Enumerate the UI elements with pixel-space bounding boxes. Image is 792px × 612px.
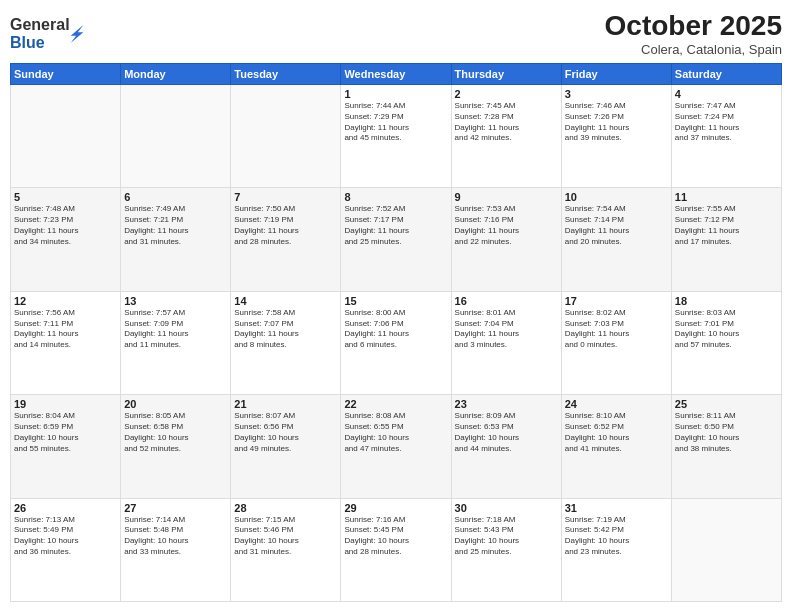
- logo-general: General: [10, 16, 70, 34]
- day-number: 6: [124, 191, 227, 203]
- calendar-cell: 7Sunrise: 7:50 AM Sunset: 7:19 PM Daylig…: [231, 188, 341, 291]
- logo: General Blue: [10, 16, 84, 51]
- calendar-cell: [121, 85, 231, 188]
- day-number: 11: [675, 191, 778, 203]
- day-number: 17: [565, 295, 668, 307]
- week-row-1: 1Sunrise: 7:44 AM Sunset: 7:29 PM Daylig…: [11, 85, 782, 188]
- calendar-table: Sunday Monday Tuesday Wednesday Thursday…: [10, 63, 782, 602]
- page: General Blue October 2025 Colera, Catalo…: [0, 0, 792, 612]
- day-info: Sunrise: 7:46 AM Sunset: 7:26 PM Dayligh…: [565, 101, 668, 144]
- day-number: 31: [565, 502, 668, 514]
- day-number: 12: [14, 295, 117, 307]
- day-info: Sunrise: 7:18 AM Sunset: 5:43 PM Dayligh…: [455, 515, 558, 558]
- day-number: 15: [344, 295, 447, 307]
- calendar-cell: 21Sunrise: 8:07 AM Sunset: 6:56 PM Dayli…: [231, 395, 341, 498]
- day-info: Sunrise: 7:14 AM Sunset: 5:48 PM Dayligh…: [124, 515, 227, 558]
- day-info: Sunrise: 8:09 AM Sunset: 6:53 PM Dayligh…: [455, 411, 558, 454]
- calendar-cell: [11, 85, 121, 188]
- day-info: Sunrise: 7:58 AM Sunset: 7:07 PM Dayligh…: [234, 308, 337, 351]
- day-info: Sunrise: 7:15 AM Sunset: 5:46 PM Dayligh…: [234, 515, 337, 558]
- day-number: 27: [124, 502, 227, 514]
- day-number: 9: [455, 191, 558, 203]
- day-info: Sunrise: 8:07 AM Sunset: 6:56 PM Dayligh…: [234, 411, 337, 454]
- day-info: Sunrise: 7:54 AM Sunset: 7:14 PM Dayligh…: [565, 204, 668, 247]
- day-info: Sunrise: 8:05 AM Sunset: 6:58 PM Dayligh…: [124, 411, 227, 454]
- day-info: Sunrise: 7:45 AM Sunset: 7:28 PM Dayligh…: [455, 101, 558, 144]
- day-number: 22: [344, 398, 447, 410]
- day-number: 16: [455, 295, 558, 307]
- logo-blue: Blue: [10, 34, 70, 52]
- day-info: Sunrise: 7:50 AM Sunset: 7:19 PM Dayligh…: [234, 204, 337, 247]
- day-number: 26: [14, 502, 117, 514]
- day-info: Sunrise: 8:01 AM Sunset: 7:04 PM Dayligh…: [455, 308, 558, 351]
- week-row-5: 26Sunrise: 7:13 AM Sunset: 5:49 PM Dayli…: [11, 498, 782, 601]
- day-info: Sunrise: 7:57 AM Sunset: 7:09 PM Dayligh…: [124, 308, 227, 351]
- calendar-cell: 5Sunrise: 7:48 AM Sunset: 7:23 PM Daylig…: [11, 188, 121, 291]
- calendar-cell: 10Sunrise: 7:54 AM Sunset: 7:14 PM Dayli…: [561, 188, 671, 291]
- header-wednesday: Wednesday: [341, 64, 451, 85]
- calendar-cell: 11Sunrise: 7:55 AM Sunset: 7:12 PM Dayli…: [671, 188, 781, 291]
- day-number: 24: [565, 398, 668, 410]
- header: General Blue October 2025 Colera, Catalo…: [10, 10, 782, 57]
- day-info: Sunrise: 7:16 AM Sunset: 5:45 PM Dayligh…: [344, 515, 447, 558]
- title-block: October 2025 Colera, Catalonia, Spain: [605, 10, 782, 57]
- header-sunday: Sunday: [11, 64, 121, 85]
- day-number: 21: [234, 398, 337, 410]
- day-number: 20: [124, 398, 227, 410]
- calendar-cell: 22Sunrise: 8:08 AM Sunset: 6:55 PM Dayli…: [341, 395, 451, 498]
- calendar-cell: [671, 498, 781, 601]
- week-row-2: 5Sunrise: 7:48 AM Sunset: 7:23 PM Daylig…: [11, 188, 782, 291]
- calendar-header-row: Sunday Monday Tuesday Wednesday Thursday…: [11, 64, 782, 85]
- calendar-cell: 26Sunrise: 7:13 AM Sunset: 5:49 PM Dayli…: [11, 498, 121, 601]
- calendar-cell: 3Sunrise: 7:46 AM Sunset: 7:26 PM Daylig…: [561, 85, 671, 188]
- day-number: 25: [675, 398, 778, 410]
- header-saturday: Saturday: [671, 64, 781, 85]
- calendar-cell: 6Sunrise: 7:49 AM Sunset: 7:21 PM Daylig…: [121, 188, 231, 291]
- day-info: Sunrise: 7:49 AM Sunset: 7:21 PM Dayligh…: [124, 204, 227, 247]
- day-info: Sunrise: 8:10 AM Sunset: 6:52 PM Dayligh…: [565, 411, 668, 454]
- day-info: Sunrise: 8:00 AM Sunset: 7:06 PM Dayligh…: [344, 308, 447, 351]
- day-info: Sunrise: 7:19 AM Sunset: 5:42 PM Dayligh…: [565, 515, 668, 558]
- header-thursday: Thursday: [451, 64, 561, 85]
- calendar-cell: 20Sunrise: 8:05 AM Sunset: 6:58 PM Dayli…: [121, 395, 231, 498]
- day-number: 18: [675, 295, 778, 307]
- day-info: Sunrise: 8:03 AM Sunset: 7:01 PM Dayligh…: [675, 308, 778, 351]
- header-monday: Monday: [121, 64, 231, 85]
- week-row-4: 19Sunrise: 8:04 AM Sunset: 6:59 PM Dayli…: [11, 395, 782, 498]
- calendar-cell: 1Sunrise: 7:44 AM Sunset: 7:29 PM Daylig…: [341, 85, 451, 188]
- calendar-cell: 12Sunrise: 7:56 AM Sunset: 7:11 PM Dayli…: [11, 291, 121, 394]
- calendar-cell: 14Sunrise: 7:58 AM Sunset: 7:07 PM Dayli…: [231, 291, 341, 394]
- day-number: 14: [234, 295, 337, 307]
- day-number: 4: [675, 88, 778, 100]
- day-number: 1: [344, 88, 447, 100]
- calendar-cell: [231, 85, 341, 188]
- calendar-cell: 2Sunrise: 7:45 AM Sunset: 7:28 PM Daylig…: [451, 85, 561, 188]
- header-friday: Friday: [561, 64, 671, 85]
- calendar-cell: 23Sunrise: 8:09 AM Sunset: 6:53 PM Dayli…: [451, 395, 561, 498]
- calendar-cell: 30Sunrise: 7:18 AM Sunset: 5:43 PM Dayli…: [451, 498, 561, 601]
- day-number: 8: [344, 191, 447, 203]
- svg-marker-0: [70, 25, 83, 43]
- day-number: 19: [14, 398, 117, 410]
- day-number: 5: [14, 191, 117, 203]
- day-info: Sunrise: 8:04 AM Sunset: 6:59 PM Dayligh…: [14, 411, 117, 454]
- day-info: Sunrise: 7:55 AM Sunset: 7:12 PM Dayligh…: [675, 204, 778, 247]
- calendar-cell: 24Sunrise: 8:10 AM Sunset: 6:52 PM Dayli…: [561, 395, 671, 498]
- day-number: 23: [455, 398, 558, 410]
- calendar-cell: 18Sunrise: 8:03 AM Sunset: 7:01 PM Dayli…: [671, 291, 781, 394]
- calendar-cell: 27Sunrise: 7:14 AM Sunset: 5:48 PM Dayli…: [121, 498, 231, 601]
- calendar-cell: 16Sunrise: 8:01 AM Sunset: 7:04 PM Dayli…: [451, 291, 561, 394]
- day-number: 13: [124, 295, 227, 307]
- day-info: Sunrise: 7:56 AM Sunset: 7:11 PM Dayligh…: [14, 308, 117, 351]
- day-number: 3: [565, 88, 668, 100]
- week-row-3: 12Sunrise: 7:56 AM Sunset: 7:11 PM Dayli…: [11, 291, 782, 394]
- calendar-cell: 28Sunrise: 7:15 AM Sunset: 5:46 PM Dayli…: [231, 498, 341, 601]
- header-tuesday: Tuesday: [231, 64, 341, 85]
- calendar-cell: 4Sunrise: 7:47 AM Sunset: 7:24 PM Daylig…: [671, 85, 781, 188]
- day-info: Sunrise: 8:02 AM Sunset: 7:03 PM Dayligh…: [565, 308, 668, 351]
- day-number: 28: [234, 502, 337, 514]
- logo-icon: [70, 25, 84, 43]
- day-number: 10: [565, 191, 668, 203]
- day-number: 29: [344, 502, 447, 514]
- calendar-cell: 15Sunrise: 8:00 AM Sunset: 7:06 PM Dayli…: [341, 291, 451, 394]
